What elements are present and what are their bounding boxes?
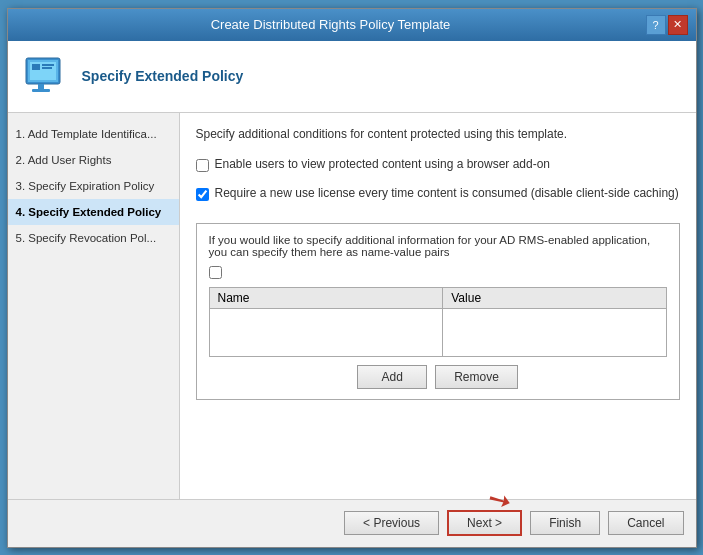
group-checkbox[interactable] bbox=[209, 266, 222, 279]
dialog: Create Distributed Rights Policy Templat… bbox=[7, 8, 697, 548]
body-section: 1. Add Template Identifica... 2. Add Use… bbox=[8, 113, 696, 499]
group-box-description: If you would like to specify additional … bbox=[209, 234, 667, 258]
svg-rect-3 bbox=[32, 89, 50, 92]
help-button[interactable]: ? bbox=[646, 15, 666, 35]
sidebar-item-specify-expiration-policy[interactable]: 3. Specify Expiration Policy bbox=[8, 173, 179, 199]
col-header-name: Name bbox=[209, 287, 443, 308]
sidebar: 1. Add Template Identifica... 2. Add Use… bbox=[8, 113, 180, 499]
sidebar-item-add-user-rights[interactable]: 2. Add User Rights bbox=[8, 147, 179, 173]
sidebar-item-specify-extended-policy[interactable]: 4. Specify Extended Policy bbox=[8, 199, 179, 225]
checkbox-browser-addon-label: Enable users to view protected content u… bbox=[215, 157, 551, 171]
remove-button[interactable]: Remove bbox=[435, 365, 518, 389]
finish-button[interactable]: Finish bbox=[530, 511, 600, 535]
table-row-empty bbox=[209, 308, 666, 356]
sidebar-item-specify-revocation-pol[interactable]: 5. Specify Revocation Pol... bbox=[8, 225, 179, 251]
group-checkbox-row bbox=[209, 266, 667, 279]
checkbox-new-license[interactable] bbox=[196, 188, 209, 201]
add-button[interactable]: Add bbox=[357, 365, 427, 389]
next-button[interactable]: Next > bbox=[447, 510, 522, 536]
svg-rect-7 bbox=[42, 67, 52, 69]
titlebar-controls: ? ✕ bbox=[646, 15, 688, 35]
header-section: Specify Extended Policy bbox=[8, 41, 696, 113]
footer: ➘ < Previous Next > Finish Cancel bbox=[8, 499, 696, 547]
checkbox-browser-addon[interactable] bbox=[196, 159, 209, 172]
group-box: If you would like to specify additional … bbox=[196, 223, 680, 400]
checkbox-new-license-label: Require a new use license every time con… bbox=[215, 186, 679, 200]
dialog-title: Create Distributed Rights Policy Templat… bbox=[16, 17, 646, 32]
table-buttons: Add Remove bbox=[209, 365, 667, 389]
checkbox-browser-addon-row: Enable users to view protected content u… bbox=[196, 157, 680, 172]
col-header-value: Value bbox=[443, 287, 666, 308]
close-button[interactable]: ✕ bbox=[668, 15, 688, 35]
name-value-table: Name Value bbox=[209, 287, 667, 357]
header-title: Specify Extended Policy bbox=[82, 68, 244, 84]
svg-rect-6 bbox=[42, 64, 54, 66]
svg-rect-5 bbox=[32, 64, 40, 70]
cancel-button[interactable]: Cancel bbox=[608, 511, 683, 535]
checkbox-new-license-row: Require a new use license every time con… bbox=[196, 186, 680, 201]
sidebar-item-add-template-identificat[interactable]: 1. Add Template Identifica... bbox=[8, 121, 179, 147]
computer-icon bbox=[22, 52, 70, 100]
previous-button[interactable]: < Previous bbox=[344, 511, 439, 535]
main-content: Specify additional conditions for conten… bbox=[180, 113, 696, 499]
description-text: Specify additional conditions for conten… bbox=[196, 127, 680, 141]
svg-rect-2 bbox=[38, 84, 44, 89]
titlebar: Create Distributed Rights Policy Templat… bbox=[8, 9, 696, 41]
